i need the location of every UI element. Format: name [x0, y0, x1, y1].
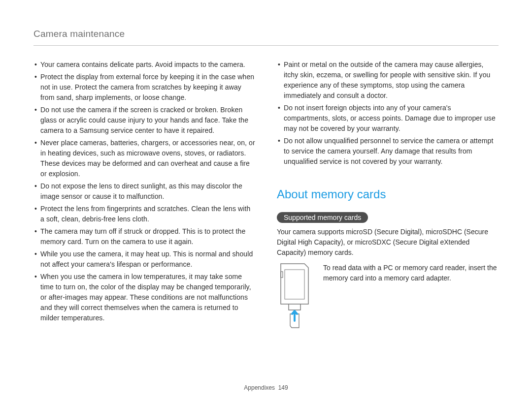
- subheading-supported-cards: Supported memory cards: [277, 212, 368, 223]
- right-bullet-list: Paint or metal on the outside of the cam…: [277, 60, 499, 167]
- section-heading-memory-cards: About memory cards: [277, 187, 499, 201]
- list-item: Paint or metal on the outside of the cam…: [277, 60, 499, 101]
- page-title: Camera maintenance: [33, 29, 499, 39]
- adapter-text: To read data with a PC or memory card re…: [323, 263, 499, 283]
- list-item: Do not insert foreign objects into any o…: [277, 103, 499, 134]
- list-item: Never place cameras, batteries, chargers…: [33, 138, 255, 179]
- support-text: Your camera supports microSD (Secure Dig…: [277, 227, 499, 258]
- svg-rect-1: [285, 270, 304, 299]
- list-item: While you use the camera, it may heat up…: [33, 249, 255, 270]
- list-item: The camera may turn off if struck or dro…: [33, 226, 255, 247]
- list-item: When you use the camera in low temperatu…: [33, 272, 255, 323]
- list-item: Protect the display from external force …: [33, 72, 255, 103]
- memory-card-note: To read data with a PC or memory card re…: [277, 263, 499, 332]
- left-column: Your camera contains delicate parts. Avo…: [33, 60, 255, 332]
- right-column: Paint or metal on the outside of the cam…: [277, 60, 499, 332]
- list-item: Do not expose the lens to direct sunligh…: [33, 181, 255, 202]
- sd-card-icon: [277, 263, 312, 332]
- list-item: Protect the lens from fingerprints and s…: [33, 204, 255, 224]
- list-item: Do not use the camera if the screen is c…: [33, 105, 255, 136]
- page-footer: Appendixes 149: [0, 384, 532, 391]
- title-rule: [33, 45, 499, 46]
- list-item: Your camera contains delicate parts. Avo…: [33, 60, 255, 70]
- svg-rect-0: [281, 272, 283, 278]
- content-columns: Your camera contains delicate parts. Avo…: [33, 60, 499, 332]
- footer-section: Appendixes: [244, 384, 275, 391]
- list-item: Do not allow unqualified personnel to se…: [277, 136, 499, 167]
- left-bullet-list: Your camera contains delicate parts. Avo…: [33, 60, 255, 323]
- footer-page-number: 149: [278, 384, 288, 391]
